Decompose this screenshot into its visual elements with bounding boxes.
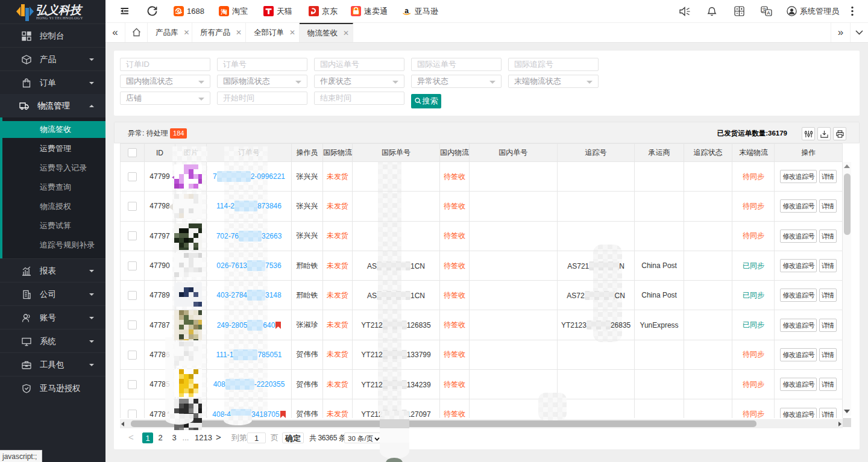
svg-text:HONG YI TECHNOLOGY: HONG YI TECHNOLOGY (36, 16, 83, 20)
svg-text:淘: 淘 (221, 8, 227, 15)
svg-text:A: A (767, 10, 770, 16)
svg-text:a: a (404, 7, 409, 15)
svg-text:弘义科技: 弘义科技 (36, 4, 83, 16)
